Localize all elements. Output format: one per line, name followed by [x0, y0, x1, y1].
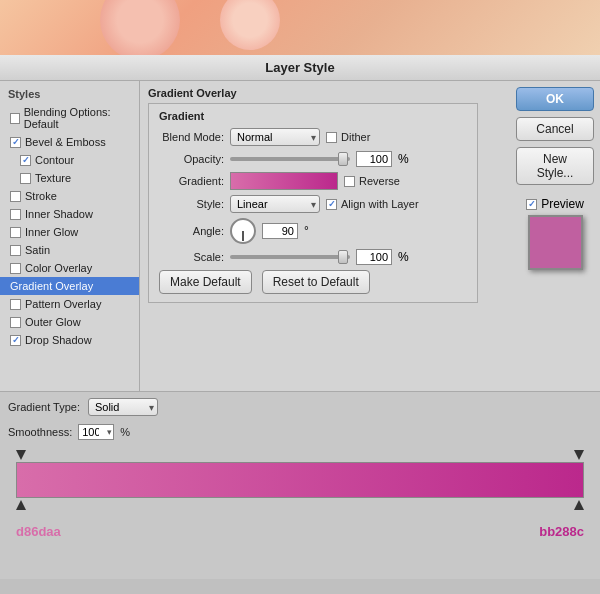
- opacity-row: Opacity: %: [159, 151, 467, 167]
- checkbox-satin[interactable]: [10, 245, 21, 256]
- sidebar-label-drop-shadow: Drop Shadow: [25, 334, 92, 346]
- scale-row: Scale: %: [159, 249, 467, 265]
- opacity-percent: %: [398, 152, 409, 166]
- sidebar-item-satin[interactable]: Satin: [0, 241, 139, 259]
- checkbox-bevel-emboss[interactable]: [10, 137, 21, 148]
- sidebar-item-blending-options[interactable]: Blending Options: Default: [0, 103, 139, 133]
- checkbox-contour[interactable]: [20, 155, 31, 166]
- gradient-bar-area: d86daa bb288c: [16, 450, 584, 539]
- sidebar-label-stroke: Stroke: [25, 190, 57, 202]
- color-label-right: bb288c: [539, 524, 584, 539]
- dither-label: Dither: [341, 131, 370, 143]
- sidebar-item-inner-shadow[interactable]: Inner Shadow: [0, 205, 139, 223]
- top-image: [0, 0, 600, 55]
- reverse-checkbox[interactable]: [344, 176, 355, 187]
- checkbox-inner-glow[interactable]: [10, 227, 21, 238]
- checkbox-color-overlay[interactable]: [10, 263, 21, 274]
- cancel-button[interactable]: Cancel: [516, 117, 594, 141]
- gradient-preview-swatch[interactable]: [230, 172, 338, 190]
- style-select[interactable]: Linear Radial: [230, 195, 320, 213]
- bottom-stop-left[interactable]: [16, 500, 26, 510]
- preview-box: [528, 215, 583, 270]
- preview-checkbox[interactable]: [526, 199, 537, 210]
- checkbox-drop-shadow[interactable]: [10, 335, 21, 346]
- main-panel: Gradient Overlay Gradient Blend Mode: No…: [140, 81, 510, 391]
- checkbox-outer-glow[interactable]: [10, 317, 21, 328]
- blend-mode-select-wrapper[interactable]: Normal Multiply Screen: [230, 128, 320, 146]
- reset-default-button[interactable]: Reset to Default: [262, 270, 370, 294]
- sidebar-label-satin: Satin: [25, 244, 50, 256]
- top-stops-row: [16, 450, 584, 460]
- top-stop-left[interactable]: [16, 450, 26, 460]
- panel-inner-title: Gradient: [159, 110, 467, 122]
- title-bar: Layer Style: [0, 55, 600, 81]
- scale-thumb[interactable]: [338, 250, 348, 264]
- style-select-wrapper[interactable]: Linear Radial: [230, 195, 320, 213]
- angle-dial[interactable]: [230, 218, 256, 244]
- window-title: Layer Style: [265, 60, 334, 75]
- sidebar-label-inner-shadow: Inner Shadow: [25, 208, 93, 220]
- top-stop-right[interactable]: [574, 450, 584, 460]
- sidebar-items: Blending Options: DefaultBevel & EmbossC…: [0, 103, 139, 349]
- sidebar-item-gradient-overlay[interactable]: Gradient Overlay: [0, 277, 139, 295]
- color-label-left: d86daa: [16, 524, 61, 539]
- opacity-slider[interactable]: [230, 157, 350, 161]
- dither-row: Dither: [326, 131, 370, 143]
- make-default-button[interactable]: Make Default: [159, 270, 252, 294]
- scale-percent: %: [398, 250, 409, 264]
- sidebar-item-inner-glow[interactable]: Inner Glow: [0, 223, 139, 241]
- ok-button[interactable]: OK: [516, 87, 594, 111]
- sidebar-item-outer-glow[interactable]: Outer Glow: [0, 313, 139, 331]
- reverse-label: Reverse: [359, 175, 400, 187]
- new-style-button[interactable]: New Style...: [516, 147, 594, 185]
- blend-mode-select[interactable]: Normal Multiply Screen: [230, 128, 320, 146]
- sidebar-item-bevel-emboss[interactable]: Bevel & Emboss: [0, 133, 139, 151]
- angle-input[interactable]: [262, 223, 298, 239]
- blend-mode-row: Blend Mode: Normal Multiply Screen Dithe…: [159, 128, 467, 146]
- align-checkbox[interactable]: ✓: [326, 199, 337, 210]
- opacity-label: Opacity:: [159, 153, 224, 165]
- sidebar-item-stroke[interactable]: Stroke: [0, 187, 139, 205]
- sidebar-item-drop-shadow[interactable]: Drop Shadow: [0, 331, 139, 349]
- sidebar-header: Styles: [0, 85, 139, 103]
- sidebar-label-inner-glow: Inner Glow: [25, 226, 78, 238]
- preview-section: Preview: [516, 197, 594, 270]
- angle-label: Angle:: [159, 225, 224, 237]
- sidebar-label-blending-options: Blending Options: Default: [24, 106, 131, 130]
- gradient-editor-header: Gradient Type: Solid Noise: [8, 398, 592, 416]
- gradient-type-label: Gradient Type:: [8, 401, 80, 413]
- dither-checkbox[interactable]: [326, 132, 337, 143]
- smoothness-percent: %: [120, 426, 130, 438]
- style-label: Style:: [159, 198, 224, 210]
- blend-mode-label: Blend Mode:: [159, 131, 224, 143]
- opacity-thumb[interactable]: [338, 152, 348, 166]
- align-label: Align with Layer: [341, 198, 419, 210]
- gradient-bar[interactable]: [16, 462, 584, 498]
- checkbox-blending-options[interactable]: [10, 113, 20, 124]
- smoothness-input[interactable]: [78, 424, 114, 440]
- smoothness-label: Smoothness:: [8, 426, 72, 438]
- gradient-label: Gradient:: [159, 175, 224, 187]
- gradient-type-select[interactable]: Solid Noise: [88, 398, 158, 416]
- sidebar-label-gradient-overlay: Gradient Overlay: [10, 280, 93, 292]
- bottom-stops-row: [16, 500, 584, 510]
- scale-slider[interactable]: [230, 255, 350, 259]
- scale-input[interactable]: [356, 249, 392, 265]
- opacity-input[interactable]: [356, 151, 392, 167]
- sidebar-item-pattern-overlay[interactable]: Pattern Overlay: [0, 295, 139, 313]
- angle-symbol: °: [304, 224, 309, 238]
- sidebar-label-contour: Contour: [35, 154, 74, 166]
- color-labels-row: d86daa bb288c: [16, 524, 584, 539]
- smoothness-dropdown[interactable]: [78, 424, 114, 440]
- checkbox-stroke[interactable]: [10, 191, 21, 202]
- bottom-stop-right[interactable]: [574, 500, 584, 510]
- action-buttons: OK Cancel New Style... Preview: [510, 81, 600, 391]
- checkbox-pattern-overlay[interactable]: [10, 299, 21, 310]
- checkbox-inner-shadow[interactable]: [10, 209, 21, 220]
- sidebar-item-color-overlay[interactable]: Color Overlay: [0, 259, 139, 277]
- gradient-type-select-wrapper[interactable]: Solid Noise: [88, 398, 158, 416]
- sidebar-item-texture[interactable]: Texture: [0, 169, 139, 187]
- sidebar-item-contour[interactable]: Contour: [0, 151, 139, 169]
- checkbox-texture[interactable]: [20, 173, 31, 184]
- style-row: Style: Linear Radial ✓ Align with Layer: [159, 195, 467, 213]
